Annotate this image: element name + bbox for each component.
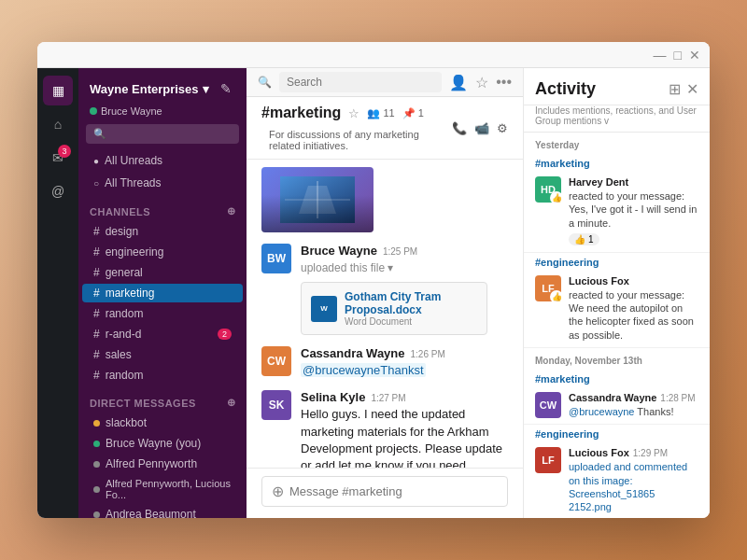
activity-header-icons: ⊞ ✕ <box>669 80 698 98</box>
home-icon[interactable]: ⌂ <box>43 109 73 139</box>
reaction-emoji: 👍 <box>574 234 585 245</box>
sidebar-dm-andrea[interactable]: Andrea Beaumont <box>82 505 243 518</box>
avatar: CW <box>261 346 291 376</box>
reaction-badge-icon: 👍 <box>550 290 563 303</box>
message-content: Cassandra Wayne 1:26 PM @brucewayneThank… <box>301 346 508 379</box>
message-input-area: ⊕ <box>247 468 523 518</box>
activity-channel-tag[interactable]: #engineering <box>524 425 710 441</box>
compose-icon[interactable]: ✎ <box>217 79 235 98</box>
sidebar-search-icon: 🔍 <box>93 128 106 140</box>
message-time: 1:25 PM <box>383 246 417 257</box>
sidebar-dm-bruce[interactable]: Bruce Wayne (you) <box>82 434 243 453</box>
channels-section-label: CHANNELS ⊕ <box>78 194 247 221</box>
minimize-btn[interactable]: — <box>654 48 667 63</box>
activity-panel: Activity ⊞ ✕ Includes mentions, reaction… <box>523 68 710 518</box>
activity-avatar: CW <box>535 392 561 418</box>
message-text: @brucewayneThankst <box>301 362 508 379</box>
dm-status-dot <box>93 511 100 518</box>
activity-date-yesterday: Yesterday <box>524 133 710 154</box>
dm-status-dot <box>93 441 100 447</box>
close-btn[interactable]: ✕ <box>689 48 700 63</box>
add-channel-icon[interactable]: ⊕ <box>227 205 236 217</box>
sidebar-item-all-unreads[interactable]: ● All Unreads <box>82 150 243 171</box>
search-input[interactable] <box>279 72 442 92</box>
dm-section-label: DIRECT MESSAGES ⊕ <box>78 385 247 413</box>
sidebar-channel-engineering[interactable]: # engineering <box>82 243 243 261</box>
activity-avatar: LF <box>535 447 561 473</box>
phone-icon[interactable]: 📞 <box>452 121 467 135</box>
hash-icon: # <box>93 225 100 238</box>
message-group: CW Cassandra Wayne 1:26 PM @brucewayneTh… <box>261 346 508 379</box>
activity-item-subtext: @brucewayne What do you think of this up… <box>569 517 698 518</box>
reaction-count: 1 <box>588 234 594 245</box>
sidebar-header: Wayne Enterprises ▾ ✎ <box>78 68 247 105</box>
hash-icon: # <box>93 328 100 341</box>
sidebar-channel-random2[interactable]: # random <box>82 366 243 385</box>
activity-scroll: Yesterday #marketing HD 👍 Harvey Dent re… <box>524 133 710 518</box>
top-search-area: 🔍 👤 ☆ ••• <box>247 68 523 97</box>
hash-icon: # <box>93 266 100 279</box>
sidebar-channel-rand-d[interactable]: # r-and-d 2 <box>82 325 243 343</box>
dm-icon[interactable]: ✉ 3 <box>43 143 73 173</box>
sidebar: Wayne Enterprises ▾ ✎ Bruce Wayne 🔍 ● Al… <box>78 68 247 518</box>
dm-status-dot <box>93 486 100 493</box>
app-body: ▦ ⌂ ✉ 3 @ Wayne Enterprises ▾ ✎ <box>37 68 710 518</box>
channel-title: #marketing <box>261 105 341 121</box>
message-group: SK Selina Kyle 1:27 PM Hello guys. I nee… <box>261 390 508 468</box>
pinned-count[interactable]: 📌 1 <box>402 107 424 119</box>
activity-channel-tag[interactable]: #marketing <box>524 370 710 386</box>
sidebar-dm-slackbot[interactable]: slackbot <box>82 413 243 432</box>
message-input[interactable] <box>289 484 498 498</box>
activity-item-content: Lucious Fox 1:29 PM uploaded and comment… <box>569 447 698 518</box>
sidebar-dm-alfred[interactable]: Alfred Pennyworth <box>82 455 243 473</box>
sidebar-item-all-threads[interactable]: ○ All Threads <box>82 173 243 193</box>
message-header: Bruce Wayne 1:25 PM <box>301 244 508 258</box>
activity-item: LF 👍 Lucious Fox reacted to your message… <box>524 270 710 348</box>
user-icon[interactable]: 👤 <box>449 74 468 91</box>
file-attachment[interactable]: W Gotham City Tram Proposal.docx Word Do… <box>301 282 487 335</box>
channel-header: #marketing ☆ 👥 11 📌 1 For discussions of… <box>247 97 523 160</box>
window-controls: — □ ✕ <box>654 48 700 63</box>
activity-item-author: Harvey Dent <box>569 176 698 188</box>
star-channel-icon[interactable]: ☆ <box>348 106 359 120</box>
message-group: BW Bruce Wayne 1:25 PM uploaded this fil… <box>261 244 508 335</box>
sidebar-dm-alfred-lucious[interactable]: Alfred Pennyworth, Lucious Fo... <box>82 475 243 503</box>
add-dm-icon[interactable]: ⊕ <box>227 397 236 409</box>
settings-icon[interactable]: ⚙ <box>497 121 508 135</box>
maximize-btn[interactable]: □ <box>674 48 682 63</box>
activity-item-text: reacted to your message: Yes, I've got i… <box>569 189 698 230</box>
workspace-name[interactable]: Wayne Enterprises ▾ <box>90 82 209 96</box>
sidebar-channel-general[interactable]: # general <box>82 263 243 282</box>
title-bar: — □ ✕ <box>37 42 710 68</box>
message-author: Cassandra Wayne <box>301 346 405 360</box>
close-activity-icon[interactable]: ✕ <box>686 80 698 98</box>
message-time: 1:27 PM <box>371 393 405 403</box>
activity-channel-tag[interactable]: #marketing <box>524 154 710 171</box>
activity-item-content: Harvey Dent reacted to your message: Yes… <box>569 176 698 246</box>
sidebar-channel-design[interactable]: # design <box>82 222 243 241</box>
add-message-icon[interactable]: ⊕ <box>272 483 284 500</box>
activity-item-text: reacted to your message: We need the aut… <box>569 288 698 342</box>
message-content: Bruce Wayne 1:25 PM uploaded this file ▾… <box>301 244 508 335</box>
star-icon[interactable]: ☆ <box>475 74 488 91</box>
sidebar-channel-random[interactable]: # random <box>82 304 243 323</box>
reaction-badge-icon: 👍 <box>550 191 563 204</box>
activity-avatar: HD 👍 <box>535 176 561 203</box>
grid-icon[interactable]: ⊞ <box>669 80 681 98</box>
message-text: Hello guys. I need the updated marketing… <box>301 406 508 468</box>
avatar: SK <box>261 390 291 420</box>
app-window: — □ ✕ ▦ ⌂ ✉ 3 @ Wa <box>37 42 710 518</box>
activity-item-header-row: Cassandra Wayne 1:28 PM <box>569 392 698 403</box>
sidebar-channel-marketing[interactable]: # marketing <box>82 284 243 302</box>
video-icon[interactable]: 📹 <box>474 121 489 135</box>
activity-item-author: Cassandra Wayne <box>569 392 656 403</box>
menu-icon[interactable]: ••• <box>496 74 512 91</box>
activity-panel-header: Activity ⊞ ✕ <box>524 68 710 105</box>
sidebar-channel-sales[interactable]: # sales <box>82 345 243 364</box>
activity-channel-tag[interactable]: #engineering <box>524 253 710 270</box>
workspace-icon[interactable]: ▦ <box>43 76 73 105</box>
activity-item-author: Lucious Fox <box>569 275 698 287</box>
hash-icon: # <box>93 307 100 320</box>
mentions-icon[interactable]: @ <box>43 176 73 206</box>
members-count[interactable]: 👥 11 <box>367 107 394 119</box>
